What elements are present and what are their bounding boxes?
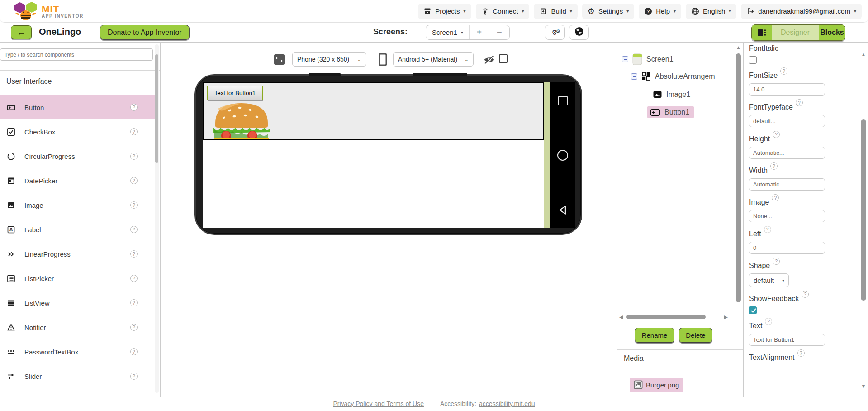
- help-badge-icon[interactable]: ?: [772, 194, 779, 201]
- rename-button[interactable]: Rename: [635, 328, 674, 343]
- scroll-left-icon[interactable]: ◀: [619, 314, 623, 320]
- help-badge-icon[interactable]: ?: [130, 299, 138, 306]
- scrollbar-thumb[interactable]: [736, 53, 741, 302]
- help-badge-icon[interactable]: ?: [796, 99, 803, 106]
- menu-connect[interactable]: Connect ▾: [476, 4, 530, 19]
- help-badge-icon[interactable]: ?: [130, 201, 138, 209]
- search-components-input[interactable]: [0, 48, 153, 61]
- help-badge-icon[interactable]: ?: [130, 177, 138, 184]
- components-vertical-scrollbar[interactable]: ▲: [736, 45, 741, 312]
- help-badge-icon[interactable]: ?: [130, 348, 138, 355]
- media-item-burger[interactable]: Burger.png: [630, 378, 683, 392]
- collapse-icon[interactable]: [631, 73, 637, 80]
- privacy-policy-link[interactable]: Privacy Policy and Terms of Use: [333, 400, 423, 407]
- remove-screen-button[interactable]: −: [489, 25, 509, 39]
- scrollbar-thumb[interactable]: [626, 315, 706, 319]
- screen-settings-button[interactable]: ⚙⚙: [545, 25, 565, 40]
- nav-recents-icon[interactable]: [558, 96, 568, 105]
- help-badge-icon[interactable]: ?: [773, 258, 780, 265]
- palette-scrollbar[interactable]: [155, 44, 159, 393]
- help-badge-icon[interactable]: ?: [130, 153, 138, 160]
- button1-component[interactable]: Text for Button1: [207, 86, 263, 100]
- palette-item-passwordtextbox[interactable]: PasswordTextBox ?: [0, 339, 155, 364]
- scrollbar-thumb[interactable]: [861, 119, 866, 301]
- scroll-up-icon[interactable]: ▲: [861, 52, 866, 57]
- nav-home-icon[interactable]: [557, 150, 568, 161]
- back-button[interactable]: ←: [11, 25, 32, 39]
- help-badge-icon[interactable]: ?: [130, 226, 138, 233]
- screen1-canvas[interactable]: Text for Button1: [203, 82, 544, 228]
- fonttypeface-input[interactable]: [749, 115, 825, 127]
- tree-item-image1[interactable]: Image1: [653, 90, 690, 99]
- designer-view-icon-button[interactable]: [752, 25, 772, 40]
- palette-item-label[interactable]: A Label ?: [0, 217, 155, 242]
- palette-item-linearprogress[interactable]: LinearProgress ?: [0, 242, 155, 266]
- help-badge-icon[interactable]: ?: [130, 275, 138, 282]
- app-inventor-logo[interactable]: MIT APP INVENTOR: [14, 1, 84, 21]
- menu-settings[interactable]: ⚙ Settings ▾: [582, 4, 634, 19]
- scrollbar-thumb[interactable]: [155, 54, 158, 163]
- nav-back-icon[interactable]: [558, 205, 567, 215]
- delete-button[interactable]: Delete: [679, 328, 712, 343]
- help-badge-icon[interactable]: ?: [770, 162, 778, 170]
- absolute-arrangement[interactable]: Text for Button1: [203, 82, 544, 140]
- screen-selector[interactable]: Screen1 ▾: [426, 25, 470, 39]
- help-badge-icon[interactable]: ?: [797, 349, 805, 357]
- showfeedback-checkbox[interactable]: [749, 306, 757, 314]
- palette-item-listview[interactable]: ListView ?: [0, 291, 155, 315]
- hidden-components-eye-off-icon[interactable]: [483, 54, 495, 65]
- fontsize-input[interactable]: [749, 83, 825, 96]
- palette-item-datepicker[interactable]: DatePicker ?: [0, 168, 155, 193]
- palette-item-slider[interactable]: Slider ?: [0, 364, 155, 388]
- menu-projects[interactable]: Projects ▾: [418, 4, 471, 19]
- shape-select[interactable]: default▾: [749, 273, 789, 287]
- help-badge-icon[interactable]: ?: [130, 128, 138, 135]
- palette-item-circularprogress[interactable]: CircularProgress ?: [0, 144, 155, 168]
- help-badge-icon[interactable]: ?: [130, 250, 138, 258]
- scroll-down-icon[interactable]: ▼: [861, 383, 866, 389]
- help-badge-icon[interactable]: ?: [780, 67, 787, 75]
- text-input[interactable]: [749, 334, 825, 346]
- tab-blocks[interactable]: Blocks: [819, 25, 845, 40]
- palette-item-image[interactable]: Image ?: [0, 193, 155, 217]
- fontitalic-checkbox[interactable]: [749, 56, 757, 64]
- screen-size-selector[interactable]: Phone (320 x 650)⌄: [292, 52, 366, 67]
- show-hidden-checkbox[interactable]: [499, 54, 508, 63]
- tree-item-absolutearrangement[interactable]: AbsoluteArrangem: [631, 72, 740, 81]
- help-badge-icon[interactable]: ?: [130, 104, 138, 111]
- tab-designer[interactable]: Designer: [772, 25, 819, 40]
- menu-help[interactable]: ? Help ▾: [639, 4, 681, 19]
- portrait-phone-icon[interactable]: [379, 53, 387, 66]
- tree-item-screen1[interactable]: Screen1: [622, 53, 674, 65]
- android-version-selector[interactable]: Android 5+ (Material)⌄: [393, 52, 474, 67]
- menu-build[interactable]: Build ▾: [534, 4, 577, 19]
- image1-burger-component[interactable]: [207, 100, 276, 140]
- aspect-ratio-icon[interactable]: [274, 54, 285, 65]
- add-screen-button[interactable]: +: [470, 25, 489, 39]
- help-badge-icon[interactable]: ?: [130, 373, 138, 380]
- help-badge-icon[interactable]: ?: [802, 291, 809, 298]
- left-input[interactable]: [749, 242, 825, 254]
- width-input[interactable]: [749, 178, 825, 191]
- publish-globe-button[interactable]: [569, 25, 589, 40]
- palette-item-button[interactable]: Button ?: [0, 95, 155, 119]
- scroll-right-icon[interactable]: ▶: [724, 314, 727, 320]
- properties-scrollbar[interactable]: ▲ ▼: [861, 52, 866, 389]
- components-horizontal-scrollbar[interactable]: ◀ ▶: [619, 314, 732, 320]
- tree-item-button1[interactable]: Button1: [647, 106, 694, 118]
- help-badge-icon[interactable]: ?: [773, 131, 780, 138]
- help-badge-icon[interactable]: ?: [764, 226, 771, 233]
- height-input[interactable]: [749, 147, 825, 159]
- accessibility-link[interactable]: accessibility.mit.edu: [479, 400, 535, 407]
- palette-item-notifier[interactable]: Notifier ?: [0, 315, 155, 339]
- image-input[interactable]: [749, 210, 825, 222]
- help-badge-icon[interactable]: ?: [765, 318, 772, 325]
- help-badge-icon[interactable]: ?: [130, 324, 138, 331]
- scroll-up-icon[interactable]: ▲: [736, 45, 741, 50]
- donate-button[interactable]: Donate to App Inventor: [100, 25, 190, 40]
- menu-language[interactable]: English ▾: [686, 4, 736, 19]
- palette-item-listpicker[interactable]: ListPicker ?: [0, 266, 155, 291]
- palette-item-checkbox[interactable]: CheckBox ?: [0, 119, 155, 144]
- menu-account[interactable]: danendraakmal99@gmail.com ▾: [741, 4, 862, 19]
- collapse-icon[interactable]: [622, 56, 628, 62]
